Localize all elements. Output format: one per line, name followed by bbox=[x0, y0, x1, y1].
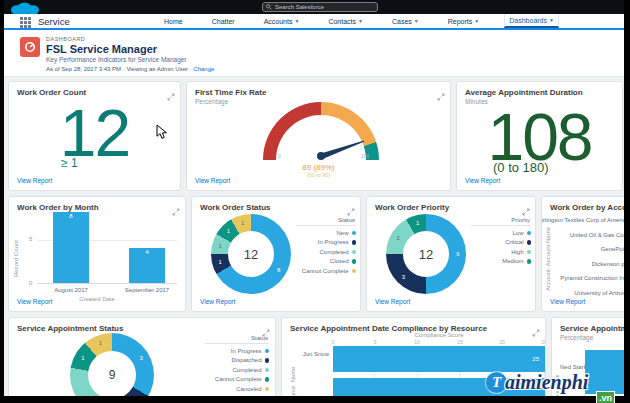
legend-item[interactable]: Low bbox=[471, 228, 531, 238]
metric-range: (0 to 180) bbox=[493, 160, 549, 175]
metric-filter: ≥ 1 bbox=[61, 156, 78, 170]
y-axis-label: Account: Account Name bbox=[545, 221, 551, 291]
chart-legend: Status In Progress Dispatched Completed … bbox=[205, 335, 269, 394]
legend-dot bbox=[265, 349, 270, 354]
gauge-max-label: 100 bbox=[361, 153, 369, 159]
app-navbar: Service Home Chatter Accounts▼ Contacts▼… bbox=[0, 14, 630, 28]
card-title: First Time Fix Rate bbox=[195, 88, 434, 97]
tab-home[interactable]: Home bbox=[160, 14, 187, 28]
tab-accounts[interactable]: Accounts▼ bbox=[260, 14, 304, 28]
search-placeholder: Search Salesforce bbox=[275, 4, 324, 10]
tab-reports[interactable]: Reports▼ bbox=[444, 14, 483, 28]
account-category-labels: Burlington Textiles Corp of America Unit… bbox=[553, 213, 629, 300]
legend-title: Status bbox=[205, 335, 269, 344]
donut-chart[interactable]: 12 6321 bbox=[386, 214, 466, 294]
view-report-link[interactable]: View Report bbox=[465, 177, 500, 184]
legend-dot bbox=[265, 358, 270, 363]
legend-item[interactable]: Critical bbox=[471, 238, 531, 248]
global-search-input[interactable]: Search Salesforce bbox=[262, 2, 378, 12]
legend-dot bbox=[265, 377, 270, 382]
chevron-down-icon: ▼ bbox=[358, 18, 363, 24]
legend-item[interactable]: High bbox=[471, 247, 531, 257]
legend-item[interactable]: Dispatched bbox=[205, 356, 269, 366]
bar-value-label: 8 bbox=[53, 213, 89, 219]
change-link[interactable]: Change bbox=[193, 66, 214, 72]
x-axis-label: Compliance Score bbox=[333, 332, 545, 338]
legend-item[interactable]: Completed bbox=[205, 365, 269, 375]
y-tick: 5 bbox=[29, 236, 32, 242]
frame-right bbox=[624, 0, 630, 403]
view-report-link[interactable]: View Report bbox=[17, 298, 52, 305]
donut-chart[interactable]: 12 81111 bbox=[211, 214, 291, 294]
legend-dot bbox=[527, 240, 532, 245]
legend-title: Status bbox=[296, 217, 356, 226]
category-label: United Oil & Gas Corp bbox=[553, 228, 629, 243]
global-header: Search Salesforce bbox=[0, 0, 630, 14]
tab-cases[interactable]: Cases▼ bbox=[388, 14, 423, 28]
watermark-text: aimienphi bbox=[505, 371, 588, 394]
dashboard-icon bbox=[20, 37, 40, 57]
legend-item[interactable]: In Progress bbox=[296, 238, 356, 248]
card-subtitle: Percentage bbox=[195, 98, 228, 105]
card-title: Work Order Status bbox=[200, 203, 344, 212]
bar-september-2017[interactable]: 4 bbox=[129, 248, 165, 284]
as-of-text: As of Sep 28, 2017 3:43 PM · Viewing as … bbox=[46, 66, 214, 72]
legend-item[interactable]: Completed bbox=[296, 247, 356, 257]
slice-value-label: 1 bbox=[218, 259, 221, 265]
x-category-label: September 2017 bbox=[125, 287, 169, 293]
legend-dot bbox=[352, 259, 357, 264]
view-report-link[interactable]: View Report bbox=[375, 298, 410, 305]
category-label: GenePoint bbox=[553, 242, 629, 257]
watermark: T aimienphi .vn bbox=[486, 368, 630, 403]
card-title: Work Order by Account bbox=[550, 203, 630, 212]
slice-value-label: 2 bbox=[397, 235, 400, 241]
brand-accent-line bbox=[0, 28, 630, 30]
donut-chart[interactable]: 9 31311 bbox=[70, 333, 154, 403]
card-title: Service Appointment Duration bbox=[560, 324, 630, 333]
chevron-down-icon: ▼ bbox=[549, 17, 554, 23]
slice-value-label: 6 bbox=[456, 251, 459, 257]
view-report-link[interactable]: View Report bbox=[200, 298, 235, 305]
dashboard-description: Key Performance Indicators for Service M… bbox=[46, 56, 187, 63]
legend-item[interactable]: Cannot Complete bbox=[205, 375, 269, 385]
card-title: Average Appointment Duration bbox=[465, 88, 606, 97]
expand-icon[interactable] bbox=[437, 87, 445, 105]
x-tick: 25 bbox=[541, 339, 546, 345]
x-tick: 15 bbox=[457, 339, 463, 345]
card-work-order-by-month: Work Order by Month Record Count 5 0 8 4… bbox=[8, 196, 186, 312]
card-average-appointment-duration: Average Appointment Duration Minutes 108… bbox=[456, 81, 623, 191]
legend-title: Priority bbox=[471, 217, 531, 226]
card-work-order-status: Work Order Status 12 81111 Status New In… bbox=[191, 196, 361, 312]
screen: Search Salesforce Service Home Chatter A… bbox=[0, 0, 630, 403]
legend-dot bbox=[352, 269, 357, 274]
tab-chatter[interactable]: Chatter bbox=[208, 14, 239, 28]
legend-dot bbox=[527, 231, 532, 236]
view-report-link[interactable]: View Report bbox=[195, 177, 230, 184]
legend-item[interactable]: In Progress bbox=[205, 346, 269, 356]
card-subtitle: Percentage bbox=[560, 334, 593, 341]
donut-total: 12 bbox=[244, 247, 258, 262]
chevron-down-icon: ▼ bbox=[294, 18, 299, 24]
x-tick: 5 bbox=[373, 339, 376, 345]
x-tick: 0 bbox=[331, 339, 334, 345]
legend-item[interactable]: Canceled bbox=[205, 384, 269, 394]
gauge-min-label: 0 bbox=[278, 153, 281, 159]
legend-dot bbox=[352, 231, 357, 236]
legend-item[interactable]: Closed bbox=[296, 257, 356, 267]
resource-label: Jon Snow bbox=[296, 351, 329, 357]
slice-value-label: 1 bbox=[218, 243, 221, 249]
tab-contacts[interactable]: Contacts▼ bbox=[324, 14, 367, 28]
card-title: Service Appointment Status bbox=[17, 324, 259, 333]
view-report-link[interactable]: View Report bbox=[550, 298, 585, 305]
card-service-appointment-status: Service Appointment Status 9 31311 Statu… bbox=[8, 317, 276, 403]
legend-item[interactable]: New bbox=[296, 228, 356, 238]
legend-dot bbox=[265, 387, 270, 392]
app-launcher-icon[interactable] bbox=[20, 17, 31, 28]
tab-dashboards[interactable]: Dashboards▼ bbox=[504, 14, 559, 28]
card-first-time-fix-rate: First Time Fix Rate Percentage 0 100 89 … bbox=[186, 81, 451, 191]
legend-item[interactable]: Cannot Complete bbox=[296, 266, 356, 276]
view-report-link[interactable]: View Report bbox=[17, 177, 52, 184]
bar-august-2017[interactable]: 8 bbox=[53, 212, 89, 283]
legend-item[interactable]: Medium bbox=[471, 257, 531, 267]
x-tick: 10 bbox=[414, 339, 420, 345]
